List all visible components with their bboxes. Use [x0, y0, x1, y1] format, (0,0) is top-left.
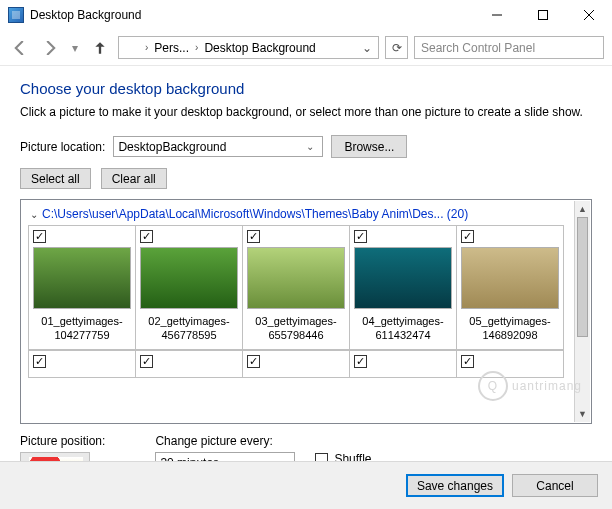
chevron-right-icon[interactable]: ›	[193, 42, 200, 53]
group-header[interactable]: ⌄ C:\Users\user\AppData\Local\Microsoft\…	[22, 201, 574, 225]
picture-item[interactable]	[28, 350, 136, 378]
address-bar[interactable]: › Pers... › Desktop Background ⌄	[118, 36, 379, 59]
breadcrumb-2[interactable]: Desktop Background	[200, 37, 319, 58]
footer-bar: Save changes Cancel	[0, 461, 612, 509]
browse-label: Browse...	[344, 140, 394, 154]
save-label: Save changes	[417, 479, 493, 493]
picture-checkbox[interactable]	[33, 355, 46, 368]
picture-checkbox[interactable]	[247, 230, 260, 243]
position-preview[interactable]	[20, 452, 90, 461]
picture-checkbox[interactable]	[461, 355, 474, 368]
browse-button[interactable]: Browse...	[331, 135, 407, 158]
address-icon	[121, 37, 143, 58]
save-changes-button[interactable]: Save changes	[406, 474, 504, 497]
forward-button[interactable]	[38, 36, 62, 60]
up-button[interactable]	[88, 36, 112, 60]
picture-caption: 02_gettyimages-456778595	[140, 315, 238, 343]
search-box[interactable]	[414, 36, 604, 59]
maximize-button[interactable]	[520, 0, 566, 30]
chevron-down-icon: ⌄	[302, 141, 318, 152]
picture-item[interactable]	[349, 350, 457, 378]
scroll-down-icon[interactable]: ▼	[575, 406, 590, 422]
picture-item[interactable]	[242, 350, 350, 378]
group-path: C:\Users\user\AppData\Local\Microsoft\Wi…	[42, 207, 468, 221]
picture-checkbox[interactable]	[354, 230, 367, 243]
change-every-label: Change picture every:	[155, 434, 295, 448]
cancel-button[interactable]: Cancel	[512, 474, 598, 497]
vertical-scrollbar[interactable]: ▲ ▼	[574, 201, 590, 422]
shuffle-checkbox[interactable]: Shuffle	[315, 452, 371, 461]
select-all-label: Select all	[31, 172, 80, 186]
title-bar: Desktop Background	[0, 0, 612, 30]
picture-item[interactable]	[456, 350, 564, 378]
picture-item[interactable]: 05_gettyimages-146892098	[456, 225, 564, 350]
window-title: Desktop Background	[30, 8, 474, 22]
search-input[interactable]	[421, 41, 597, 55]
picture-checkbox[interactable]	[354, 355, 367, 368]
picture-location-combo[interactable]: DesktopBackground ⌄	[113, 136, 323, 157]
svg-rect-0	[539, 11, 548, 20]
cancel-label: Cancel	[536, 479, 573, 493]
scroll-thumb[interactable]	[577, 217, 588, 337]
close-button[interactable]	[566, 0, 612, 30]
app-icon	[8, 7, 24, 23]
picture-caption: 04_gettyimages-611432474	[354, 315, 452, 343]
select-all-button[interactable]: Select all	[20, 168, 91, 189]
content-area: Choose your desktop background Click a p…	[0, 66, 612, 461]
picture-thumbnail[interactable]	[461, 247, 559, 309]
back-button[interactable]	[8, 36, 32, 60]
picture-item[interactable]	[135, 350, 243, 378]
clear-all-button[interactable]: Clear all	[101, 168, 167, 189]
clear-all-label: Clear all	[112, 172, 156, 186]
picture-thumbnail[interactable]	[140, 247, 238, 309]
picture-location-value: DesktopBackground	[118, 140, 302, 154]
picture-item[interactable]: 02_gettyimages-456778595	[135, 225, 243, 350]
chevron-right-icon[interactable]: ›	[143, 42, 150, 53]
picture-checkbox[interactable]	[461, 230, 474, 243]
picture-checkbox[interactable]	[140, 355, 153, 368]
picture-thumbnail[interactable]	[354, 247, 452, 309]
picture-checkbox[interactable]	[33, 230, 46, 243]
picture-caption: 01_gettyimages-104277759	[33, 315, 131, 343]
shuffle-label: Shuffle	[334, 452, 371, 461]
picture-item[interactable]: 04_gettyimages-611432474	[349, 225, 457, 350]
expand-icon: ⌄	[30, 209, 38, 220]
picture-caption: 03_gettyimages-655798446	[247, 315, 345, 343]
address-dropdown-icon[interactable]: ⌄	[358, 41, 376, 55]
scroll-up-icon[interactable]: ▲	[575, 201, 590, 217]
picture-thumbnail[interactable]	[247, 247, 345, 309]
recent-dropdown-icon[interactable]: ▾	[68, 36, 82, 60]
nav-row: ▾ › Pers... › Desktop Background ⌄ ⟳	[0, 30, 612, 66]
page-subtext: Click a picture to make it your desktop …	[20, 105, 592, 119]
minimize-button[interactable]	[474, 0, 520, 30]
checkbox-icon	[315, 453, 328, 462]
picture-checkbox[interactable]	[247, 355, 260, 368]
page-heading: Choose your desktop background	[20, 80, 592, 97]
picture-item[interactable]: 03_gettyimages-655798446	[242, 225, 350, 350]
refresh-button[interactable]: ⟳	[385, 36, 408, 59]
picture-location-label: Picture location:	[20, 140, 105, 154]
breadcrumb-1[interactable]: Pers...	[150, 37, 193, 58]
change-every-combo[interactable]: 30 minutes ⌄	[155, 452, 295, 461]
picture-caption: 05_gettyimages-146892098	[461, 315, 559, 343]
picture-list: ⌄ C:\Users\user\AppData\Local\Microsoft\…	[20, 199, 592, 424]
picture-thumbnail[interactable]	[33, 247, 131, 309]
picture-position-label: Picture position:	[20, 434, 105, 448]
picture-checkbox[interactable]	[140, 230, 153, 243]
picture-item[interactable]: 01_gettyimages-104277759	[28, 225, 136, 350]
